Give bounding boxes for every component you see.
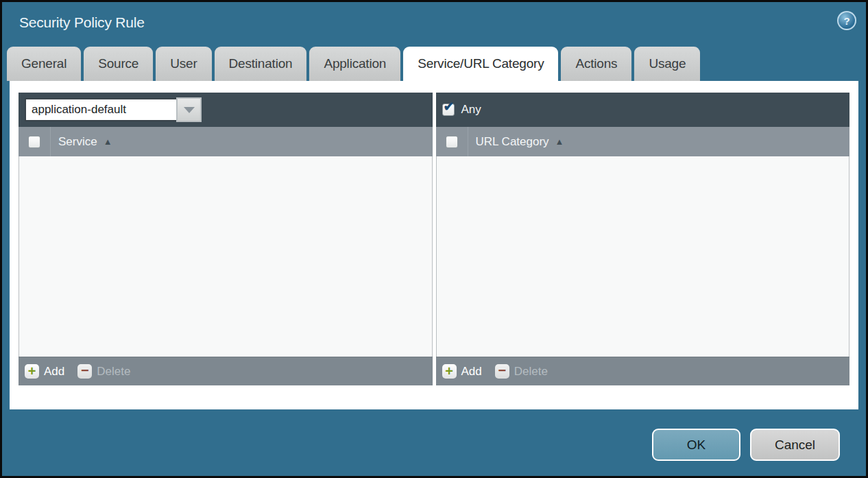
tab-application[interactable]: Application [309,47,400,81]
delete-icon: − [77,364,92,379]
service-panel-header [19,93,433,127]
service-select-all-cell [19,127,51,156]
any-checkbox-label: Any [461,103,481,117]
sort-ascending-icon: ▲ [555,137,564,146]
sort-ascending-icon: ▲ [104,137,112,146]
add-icon: + [25,364,39,379]
tab-usage[interactable]: Usage [634,47,700,81]
url-category-table-body [436,156,850,357]
dropdown-arrow-icon [184,107,195,113]
tab-content: Service ▲ + Add − Delete [10,81,858,409]
service-column-header[interactable]: Service ▲ [58,135,112,149]
service-column-label: Service [58,135,97,149]
url-category-column-label: URL Category [476,135,549,149]
tab-user[interactable]: User [156,47,211,81]
service-type-dropdown [25,97,202,122]
dialog-title: Security Policy Rule [19,14,145,31]
check-icon: ✔ [444,100,455,113]
delete-service-button[interactable]: − Delete [77,364,130,379]
security-policy-rule-dialog: Security Policy Rule ? General Source Us… [0,0,868,478]
service-column-header-row: Service ▲ [19,127,433,156]
delete-icon: − [495,364,509,379]
service-panel-footer: + Add − Delete [19,357,433,385]
tab-bar: General Source User Destination Applicat… [2,47,866,81]
ok-button[interactable]: OK [652,429,740,461]
add-service-button[interactable]: + Add [25,364,64,379]
tab-service-url-category[interactable]: Service/URL Category [403,47,558,81]
url-category-column-header-row: URL Category ▲ [436,127,850,156]
delete-service-label: Delete [97,365,130,379]
select-all-services-checkbox[interactable] [28,136,40,148]
any-checkbox[interactable]: ✔ [442,104,455,116]
add-url-category-label: Add [461,365,482,379]
url-category-panel: ✔ Any URL Category ▲ + [436,93,850,385]
tab-actions[interactable]: Actions [561,47,631,81]
url-category-panel-header: ✔ Any [436,93,850,127]
add-icon: + [442,364,457,379]
tab-destination[interactable]: Destination [215,47,307,81]
service-panel: Service ▲ + Add − Delete [19,93,433,385]
delete-url-category-button[interactable]: − Delete [495,364,548,379]
delete-url-category-label: Delete [514,365,548,379]
url-category-column-header[interactable]: URL Category ▲ [476,135,564,149]
help-button[interactable]: ? [837,11,856,30]
service-dropdown-input[interactable] [25,98,176,121]
tab-general[interactable]: General [7,47,81,81]
help-icon: ? [843,15,849,27]
select-all-url-categories-checkbox[interactable] [446,136,458,148]
panels-row: Service ▲ + Add − Delete [10,81,858,385]
titlebar: Security Policy Rule ? [2,2,866,47]
url-category-panel-footer: + Add − Delete [436,357,850,385]
add-url-category-button[interactable]: + Add [442,364,482,379]
add-service-label: Add [44,365,64,379]
tab-source[interactable]: Source [84,47,153,81]
url-category-select-all-cell [436,127,468,156]
service-table-body [19,156,433,357]
service-dropdown-button[interactable] [176,97,202,122]
cancel-button[interactable]: Cancel [750,429,840,461]
